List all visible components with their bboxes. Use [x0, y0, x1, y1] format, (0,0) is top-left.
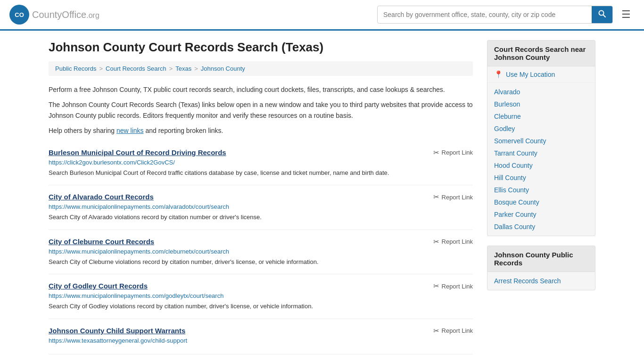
sidebar-nearby-item: Somervell County — [487, 135, 595, 147]
sidebar-nearby-link[interactable]: Ellis County — [494, 186, 529, 194]
logo-name: CountyOffice — [32, 9, 86, 20]
record-url: https://www.municipalonlinepayments.com/… — [49, 248, 473, 255]
sidebar-nearby-link[interactable]: Godley — [494, 125, 515, 132]
report-icon: ✂ — [433, 193, 439, 201]
description-3: Help others by sharing new links and rep… — [49, 125, 473, 136]
sidebar-nearby-item: Parker County — [487, 208, 595, 221]
record-title: City of Alvarado Court Records — [49, 193, 154, 201]
report-icon: ✂ — [433, 282, 439, 290]
record-header: City of Cleburne Court Records ✂ Report … — [49, 238, 473, 246]
report-link[interactable]: ✂ Report Link — [433, 148, 473, 157]
sidebar-nearby-item: Hood County — [487, 159, 595, 172]
sidebar-nearby-link[interactable]: Hood County — [494, 162, 533, 169]
record-link[interactable]: Burleson Municipal Court of Record Drivi… — [49, 148, 226, 156]
breadcrumb-sep-1: > — [99, 65, 103, 72]
logo-icon: CO — [9, 5, 29, 25]
record-header: City of Godley Court Records ✂ Report Li… — [49, 282, 473, 290]
record-title: City of Godley Court Records — [49, 282, 148, 290]
breadcrumb-johnson-county[interactable]: Johnson County — [201, 65, 245, 72]
sidebar-nearby-item: Alvarado — [487, 86, 595, 98]
public-records-list: Arrest Records Search — [487, 272, 595, 290]
search-bar — [377, 6, 613, 24]
sidebar-nearby-item: Cleburne — [487, 110, 595, 123]
sidebar-nearby-item: Ellis County — [487, 184, 595, 196]
record-url: https://www.texasattorneygeneral.gov/chi… — [49, 337, 473, 344]
report-link[interactable]: ✂ Report Link — [433, 282, 473, 290]
record-header: City of Alvarado Court Records ✂ Report … — [49, 193, 473, 201]
record-title: City of Cleburne Court Records — [49, 238, 154, 246]
use-location-link[interactable]: Use My Location — [506, 71, 555, 78]
record-desc: Search City of Cleburne violations recor… — [49, 257, 473, 267]
sidebar-nearby-item: Bosque County — [487, 196, 595, 208]
report-icon: ✂ — [433, 238, 439, 246]
sidebar-nearby-link[interactable]: Parker County — [494, 211, 536, 218]
record-item: City of Alvarado Court Records ✂ Report … — [49, 185, 473, 230]
main-content: Johnson County Court Records Search (Tex… — [49, 40, 473, 354]
search-button[interactable] — [592, 6, 612, 23]
sidebar-nearby-link[interactable]: Cleburne — [494, 113, 521, 120]
logo-suffix: .org — [86, 11, 99, 19]
sidebar-nearby-item: Burleson — [487, 98, 595, 110]
record-link[interactable]: City of Cleburne Court Records — [49, 238, 154, 246]
use-location[interactable]: 📍 Use My Location — [487, 66, 595, 83]
record-item: Johnson County Child Support Warrants ✂ … — [49, 319, 473, 354]
sidebar-section-nearby: Court Records Search near Johnson County… — [487, 40, 595, 236]
desc3-prefix: Help others by sharing — [49, 127, 116, 134]
description-2: The Johnson County Court Records Search … — [49, 99, 473, 121]
report-icon: ✂ — [433, 148, 439, 157]
sidebar-nearby-item: Hill County — [487, 172, 595, 184]
breadcrumb-sep-3: > — [194, 65, 198, 72]
record-desc: Search Burleson Municipal Court of Recor… — [49, 168, 473, 178]
record-item: City of Godley Court Records ✂ Report Li… — [49, 274, 473, 319]
sidebar-section-nearby-title: Court Records Search near Johnson County — [487, 41, 595, 66]
sidebar-nearby-link[interactable]: Hill County — [494, 174, 526, 181]
breadcrumb-public-records[interactable]: Public Records — [55, 65, 96, 72]
report-link[interactable]: ✂ Report Link — [433, 238, 473, 246]
sidebar-public-records-link[interactable]: Arrest Records Search — [494, 277, 561, 285]
header: CO CountyOffice.org ☰ — [0, 0, 644, 31]
report-label: Report Link — [442, 149, 473, 156]
hamburger-button[interactable]: ☰ — [618, 7, 635, 23]
desc3-suffix: and reporting broken links. — [144, 127, 223, 134]
record-url: https://www.municipalonlinepayments.com/… — [49, 292, 473, 299]
record-link[interactable]: City of Godley Court Records — [49, 282, 148, 290]
svg-line-3 — [603, 15, 606, 17]
record-item: City of Cleburne Court Records ✂ Report … — [49, 230, 473, 275]
records-list: Burleson Municipal Court of Record Drivi… — [49, 141, 473, 354]
sidebar-nearby-link[interactable]: Alvarado — [494, 88, 520, 96]
sidebar-nearby-item: Dallas County — [487, 221, 595, 233]
sidebar-nearby-item: Godley — [487, 123, 595, 135]
breadcrumb-court-records-search[interactable]: Court Records Search — [106, 65, 166, 72]
breadcrumb: Public Records > Court Records Search > … — [49, 61, 473, 76]
breadcrumb-texas[interactable]: Texas — [175, 65, 191, 72]
nearby-list: AlvaradoBurlesonCleburneGodleySomervell … — [487, 83, 595, 236]
report-icon: ✂ — [433, 327, 439, 335]
svg-text:CO: CO — [15, 11, 24, 18]
report-label: Report Link — [442, 283, 473, 290]
page-title: Johnson County Court Records Search (Tex… — [49, 40, 473, 55]
sidebar-public-records-item: Arrest Records Search — [487, 275, 595, 287]
logo-area: CO CountyOffice.org — [9, 5, 99, 25]
record-title: Johnson County Child Support Warrants — [49, 327, 185, 335]
record-desc: Search City of Godley violations record … — [49, 302, 473, 311]
page-content: Johnson County Court Records Search (Tex… — [39, 31, 605, 362]
sidebar-section-public-records: Johnson County Public Records Arrest Rec… — [487, 246, 595, 290]
pin-icon: 📍 — [494, 70, 503, 79]
report-link[interactable]: ✂ Report Link — [433, 193, 473, 201]
search-input[interactable] — [378, 7, 592, 22]
sidebar-nearby-link[interactable]: Bosque County — [494, 198, 539, 206]
record-header: Burleson Municipal Court of Record Drivi… — [49, 148, 473, 157]
description-1: Perform a free Johnson County, TX public… — [49, 84, 473, 95]
record-link[interactable]: Johnson County Child Support Warrants — [49, 327, 185, 335]
breadcrumb-sep-2: > — [169, 65, 173, 72]
record-title: Burleson Municipal Court of Record Drivi… — [49, 148, 226, 156]
sidebar-nearby-link[interactable]: Burleson — [494, 100, 520, 108]
sidebar-nearby-link[interactable]: Dallas County — [494, 223, 535, 230]
sidebar-nearby-link[interactable]: Tarrant County — [494, 149, 537, 157]
report-link[interactable]: ✂ Report Link — [433, 327, 473, 335]
sidebar-nearby-link[interactable]: Somervell County — [494, 137, 546, 145]
record-url: https://click2gov.burlesontx.com/Click2G… — [49, 159, 473, 166]
new-links-link[interactable]: new links — [116, 127, 144, 134]
sidebar: Court Records Search near Johnson County… — [487, 40, 595, 354]
record-link[interactable]: City of Alvarado Court Records — [49, 193, 154, 201]
